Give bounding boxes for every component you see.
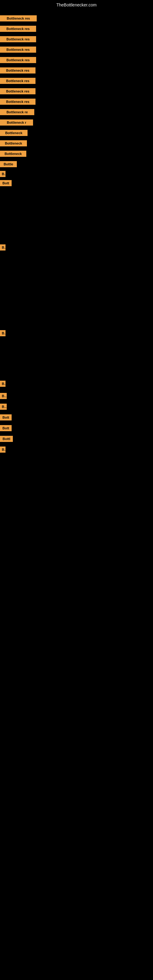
bottleneck-button-14[interactable]: Bottleneck xyxy=(0,151,26,157)
bottleneck-button-25[interactable]: Bottl xyxy=(0,436,13,442)
bottleneck-button-16[interactable]: B xyxy=(0,171,5,177)
bottleneck-button-26[interactable]: B xyxy=(0,447,5,453)
bottleneck-button-3[interactable]: Bottleneck res xyxy=(0,36,36,42)
bottleneck-button-15[interactable]: Bottle xyxy=(0,161,17,167)
bottleneck-button-17[interactable]: Bott xyxy=(0,180,12,186)
bottleneck-button-18[interactable]: B xyxy=(0,244,5,250)
bottleneck-button-11[interactable]: Bottleneck r xyxy=(0,119,33,126)
bottleneck-button-10[interactable]: Bottleneck re xyxy=(0,109,34,115)
bottleneck-button-8[interactable]: Bottleneck res xyxy=(0,88,35,94)
bottleneck-button-13[interactable]: Bottleneck xyxy=(0,140,27,146)
bottleneck-button-4[interactable]: Bottleneck res xyxy=(0,46,36,52)
bottleneck-button-9[interactable]: Bottleneck res xyxy=(0,99,35,105)
bottleneck-button-2[interactable]: Bottleneck res xyxy=(0,26,36,32)
bottleneck-button-1[interactable]: Bottleneck res xyxy=(0,15,37,21)
bottleneck-button-5[interactable]: Bottleneck res xyxy=(0,57,36,63)
bottleneck-button-21[interactable]: Bo xyxy=(0,393,7,399)
bottleneck-button-6[interactable]: Bottleneck res xyxy=(0,67,35,73)
bottleneck-button-24[interactable]: Bott xyxy=(0,425,12,431)
site-title: TheBottlenecker.com xyxy=(0,0,153,9)
bottleneck-button-19[interactable]: B xyxy=(0,330,5,336)
bottleneck-button-7[interactable]: Bottleneck res xyxy=(0,78,35,84)
bottleneck-button-22[interactable]: Bo xyxy=(0,404,7,410)
bottleneck-button-20[interactable]: B xyxy=(0,381,5,387)
bottleneck-button-23[interactable]: Bott xyxy=(0,414,12,420)
bottleneck-button-12[interactable]: Bottleneck xyxy=(0,130,27,136)
